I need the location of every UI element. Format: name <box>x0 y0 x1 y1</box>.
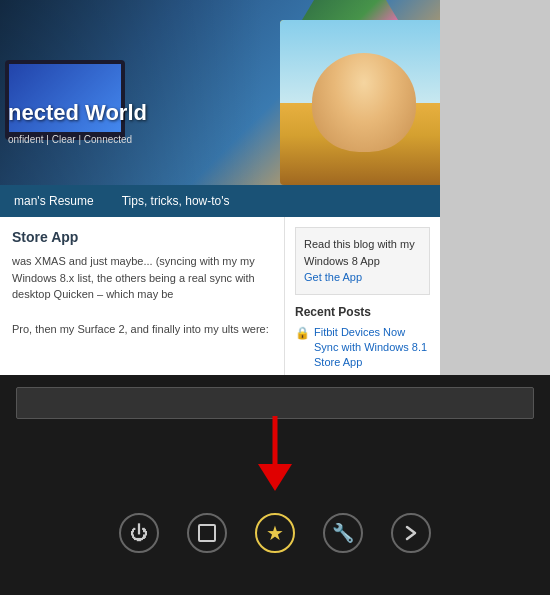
content-sidebar: Read this blog with my Windows 8 App Get… <box>285 217 440 375</box>
tabs-icon <box>198 524 216 542</box>
hero-image: nected World onfident | Clear | Connecte… <box>0 0 440 185</box>
windows-app-box: Read this blog with my Windows 8 App Get… <box>295 227 430 295</box>
forward-button[interactable] <box>391 513 431 553</box>
browser-container: nected World onfident | Clear | Connecte… <box>0 0 550 595</box>
tabs-button[interactable] <box>187 513 227 553</box>
lock-icon: 🔒 <box>295 326 310 340</box>
refresh-button[interactable]: ⏻ <box>119 513 159 553</box>
forward-icon <box>402 524 420 542</box>
favorites-button[interactable]: ★ <box>255 513 295 553</box>
recent-posts: Recent Posts 🔒 Fitbit Devices Now Sync w… <box>295 305 430 371</box>
nav-tabs: man's Resume Tips, tricks, how-to's <box>0 185 440 217</box>
hero-person <box>280 20 440 185</box>
tab-tips[interactable]: Tips, tricks, how-to's <box>108 185 244 217</box>
tab-resume[interactable]: man's Resume <box>0 185 108 217</box>
recent-posts-title: Recent Posts <box>295 305 430 319</box>
windows-app-text: Read this blog with my Windows 8 App <box>304 238 415 267</box>
content-title: Store App <box>12 229 272 245</box>
hero-tagline: onfident | Clear | Connected <box>0 132 140 147</box>
content-text-2: Pro, then my Surface 2, and finally into… <box>12 321 272 338</box>
content-area: Store App was XMAS and just maybe... (sy… <box>0 217 440 375</box>
wrench-icon: 🔧 <box>332 522 354 544</box>
content-left: Store App was XMAS and just maybe... (sy… <box>0 217 285 375</box>
address-bar-area <box>0 375 550 431</box>
content-text-1: was XMAS and just maybe... (syncing with… <box>12 253 272 303</box>
hero-title: nected World <box>0 96 155 130</box>
get-app-link[interactable]: Get the App <box>304 271 362 283</box>
star-icon: ★ <box>266 521 284 545</box>
svg-marker-1 <box>258 464 292 491</box>
nav-controls: ⏻ ★ 🔧 <box>0 501 550 565</box>
webpage: nected World onfident | Clear | Connecte… <box>0 0 440 375</box>
recent-post-item: 🔒 Fitbit Devices Now Sync with Windows 8… <box>295 325 430 371</box>
refresh-icon: ⏻ <box>130 523 148 544</box>
address-bar[interactable] <box>16 387 534 419</box>
browser-bottom: ⏻ ★ 🔧 <box>0 375 550 595</box>
tools-button[interactable]: 🔧 <box>323 513 363 553</box>
recent-post-link-1[interactable]: Fitbit Devices Now Sync with Windows 8.1… <box>314 325 430 371</box>
